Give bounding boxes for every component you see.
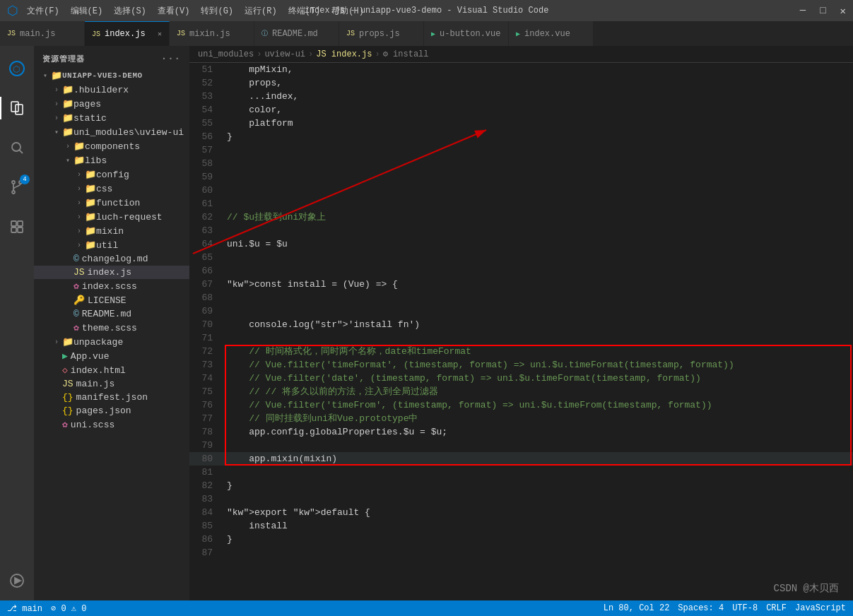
tree-root[interactable]: ▾ 📁 UNIAPP-VUE3-DEMO [34, 69, 189, 83]
tree-license[interactable]: › 🔑 LICENSE [34, 293, 189, 307]
tree-pages[interactable]: › 📁 pages [34, 97, 189, 111]
line-content[interactable] [221, 291, 853, 304]
tree-theme-scss[interactable]: › ✿ theme.scss [34, 321, 189, 335]
line-ending[interactable]: CRLF [766, 603, 787, 613]
line-content[interactable]: ...index, [221, 90, 853, 103]
line-content[interactable] [221, 304, 853, 318]
line-content[interactable]: } [221, 130, 853, 143]
tree-index-html[interactable]: › ◇ index.html [34, 363, 189, 377]
tree-function[interactable]: › 📁 function [34, 196, 189, 210]
tab-readme-md[interactable]: ⓘ README.md [254, 21, 339, 46]
error-count[interactable]: ⊘ 0 ⚠ 0 [51, 603, 86, 614]
menu-run[interactable]: 运行(R) [245, 5, 277, 17]
tree-config[interactable]: › 📁 config [34, 167, 189, 182]
tree-util[interactable]: › 📁 util [34, 238, 189, 252]
breadcrumb-part-2[interactable]: JS index.js [316, 49, 372, 59]
sidebar-more-button[interactable]: ··· [161, 53, 181, 64]
line-content[interactable]: app.mixin(mixin) [221, 452, 853, 466]
encoding[interactable]: UTF-8 [732, 603, 758, 613]
activity-icon-run[interactable] [0, 564, 34, 598]
line-content[interactable] [221, 143, 853, 157]
line-content[interactable]: console.log("str">'install fn') [221, 318, 853, 331]
tree-unpackage[interactable]: › 📁 unpackage [34, 335, 189, 349]
line-content[interactable]: // 同时挂载到uni和Vue.prototype中 [221, 412, 853, 425]
git-branch[interactable]: ⎇ main [7, 603, 42, 614]
breadcrumb-part-1[interactable]: uview-ui [264, 49, 305, 59]
title-bar: ⬡ 文件(F) 编辑(E) 选择(S) 查看(V) 转到(G) 运行(R) 终端… [0, 0, 853, 21]
line-content[interactable] [221, 170, 853, 184]
cursor-position[interactable]: Ln 80, Col 22 [604, 603, 670, 613]
menu-goto[interactable]: 转到(G) [201, 5, 233, 17]
line-content[interactable] [221, 546, 853, 559]
minimize-button[interactable]: ─ [800, 5, 806, 17]
line-content[interactable] [221, 251, 853, 264]
tree-luch-request[interactable]: › 📁 luch-request [34, 210, 189, 224]
tab-mixin-js[interactable]: JS mixin.js [170, 21, 254, 46]
line-content[interactable]: // Vue.filter('timeFormat', (timestamp, … [221, 358, 853, 372]
tree-css[interactable]: › 📁 css [34, 182, 189, 196]
tree-uni-modules[interactable]: ▾ 📁 uni_modules\uview-ui [34, 125, 189, 139]
line-content[interactable]: "kw">const install = (Vue) => { [221, 278, 853, 291]
line-content[interactable] [221, 492, 853, 506]
menu-view[interactable]: 查看(V) [158, 5, 190, 17]
tab-index-js[interactable]: JS index.js ✕ [85, 21, 170, 46]
line-content[interactable]: "kw">export "kw">default { [221, 506, 853, 519]
breadcrumb-part-0[interactable]: uni_modules [198, 49, 254, 59]
menu-select[interactable]: 选择(S) [114, 5, 146, 17]
line-content[interactable] [221, 331, 853, 345]
file-label: main.js [76, 379, 115, 389]
activity-icon-search[interactable] [0, 131, 34, 165]
indentation[interactable]: Spaces: 4 [678, 603, 724, 613]
activity-icon-explorer[interactable] [0, 91, 34, 125]
close-button[interactable]: ✕ [840, 5, 846, 17]
line-content[interactable]: app.config.globalProperties.$u = $u; [221, 425, 853, 439]
language-mode[interactable]: JavaScript [795, 603, 846, 613]
line-content[interactable] [221, 466, 853, 479]
tree-index-js[interactable]: › JS index.js [34, 266, 189, 279]
line-content[interactable]: props, [221, 76, 853, 90]
tree-manifest-json[interactable]: › {} manifest.json [34, 391, 189, 404]
line-content[interactable]: color, [221, 103, 853, 117]
breadcrumb-part-3[interactable]: ⚙ install [383, 49, 429, 59]
line-content[interactable]: // Vue.filter('date', (timestamp, format… [221, 372, 853, 385]
menu-edit[interactable]: 编辑(E) [71, 5, 103, 17]
tree-changelog[interactable]: › © changelog.md [34, 252, 189, 266]
tab-close-icon[interactable]: ✕ [158, 30, 162, 38]
line-content[interactable] [221, 184, 853, 197]
code-editor[interactable]: 51 mpMixin,52 props,53 ...index,54 color… [189, 63, 853, 600]
tree-main-js[interactable]: › JS main.js [34, 377, 189, 391]
maximize-button[interactable]: □ [820, 5, 825, 17]
tree-components[interactable]: › 📁 components [34, 139, 189, 153]
menu-file[interactable]: 文件(F) [27, 5, 59, 17]
line-content[interactable]: // // 将多久以前的方法，注入到全局过滤器 [221, 385, 853, 398]
tree-app-vue[interactable]: › ▶ App.vue [34, 349, 189, 363]
line-content[interactable] [221, 157, 853, 170]
tree-hbuilderx[interactable]: › 📁 .hbuilderx [34, 83, 189, 97]
line-content[interactable]: // Vue.filter('timeFrom', (timestamp, fo… [221, 398, 853, 412]
tree-uni-scss[interactable]: › ✿ uni.scss [34, 417, 189, 432]
line-content[interactable]: install [221, 519, 853, 533]
line-content[interactable] [221, 197, 853, 211]
line-content[interactable] [221, 439, 853, 452]
tree-index-scss[interactable]: › ✿ index.scss [34, 279, 189, 293]
line-content[interactable]: // $u挂载到uni对象上 [221, 211, 853, 224]
tab-props-js[interactable]: JS props.js [339, 21, 424, 46]
tab-main-js[interactable]: JS main.js [0, 21, 85, 46]
activity-icon-git[interactable]: 4 [0, 170, 34, 204]
tab-index-vue[interactable]: ▶ index.vue [509, 21, 594, 46]
line-content[interactable]: } [221, 479, 853, 492]
line-content[interactable] [221, 224, 853, 237]
tree-pages-json[interactable]: › {} pages.json [34, 404, 189, 417]
line-content[interactable]: mpMixin, [221, 63, 853, 76]
tab-u-button-vue[interactable]: ▶ u-button.vue [424, 21, 509, 46]
tree-static[interactable]: › 📁 static [34, 111, 189, 125]
line-content[interactable]: } [221, 533, 853, 546]
line-content[interactable]: platform [221, 117, 853, 130]
tree-readme[interactable]: › © README.md [34, 307, 189, 321]
line-content[interactable]: uni.$u = $u [221, 237, 853, 251]
line-content[interactable]: // 时间格式化，同时两个名称，date和timeFormat [221, 345, 853, 358]
line-content[interactable] [221, 264, 853, 278]
tree-mixin[interactable]: › 📁 mixin [34, 224, 189, 238]
activity-icon-extensions[interactable] [0, 210, 34, 244]
tree-libs[interactable]: ▾ 📁 libs [34, 153, 189, 167]
